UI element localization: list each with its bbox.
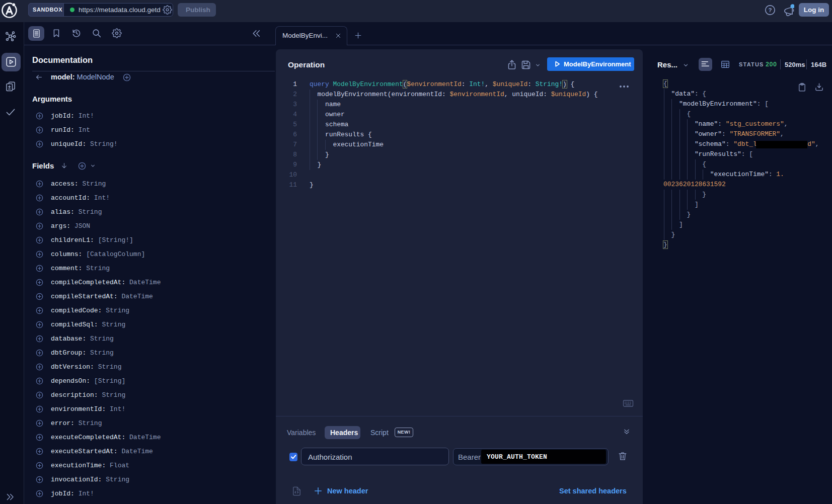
svg-text:?: ? [769,7,772,13]
